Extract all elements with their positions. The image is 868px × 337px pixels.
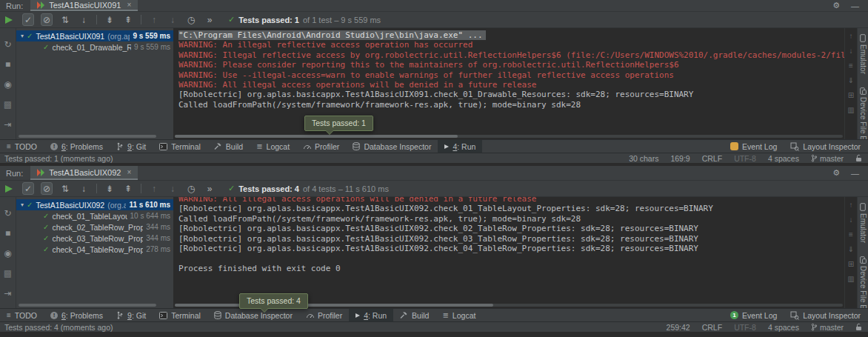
pin-icon[interactable]: ▩ <box>4 100 12 109</box>
tool-window-database-inspector[interactable]: Database Inspector <box>346 140 438 153</box>
sort-by-duration-icon[interactable]: ↓ <box>78 183 90 195</box>
indent-setting[interactable]: 4 spaces <box>768 323 799 332</box>
tool-window-build[interactable]: Build <box>393 309 435 321</box>
event-log-button[interactable]: Event Log <box>730 142 777 151</box>
test-tree-row[interactable]: ✓ check_04_TableRow_Properties 278 ms <box>16 244 173 255</box>
scroll-down-icon[interactable]: ↓ <box>849 47 853 55</box>
console-output[interactable]: "C:\Program Files\Android\Android Studio… <box>173 28 844 139</box>
test-tree-row[interactable]: ✓ check_03_TableRow_Properties 344 ms <box>16 233 173 244</box>
tool-window-run[interactable]: 4: Run <box>438 140 482 153</box>
hide-window-icon[interactable]: — <box>851 169 859 178</box>
hide-window-icon[interactable]: — <box>851 1 859 10</box>
rerun-tests-button[interactable] <box>5 16 13 24</box>
git-branch-widget[interactable]: master <box>811 323 844 332</box>
collapse-all-icon[interactable]: ⇞ <box>122 183 134 195</box>
tool-window-problems[interactable]: ! 6: Problems <box>44 309 110 321</box>
tool-window-todo[interactable]: ≡ TODO <box>0 140 44 153</box>
gear-icon[interactable]: ⚙ <box>832 1 840 10</box>
test-tree-root-row[interactable]: ▾ ✓ TestA1BasicUIX092 (org.aplas.basicap… <box>16 199 173 210</box>
lock-icon[interactable] <box>855 323 862 331</box>
show-ignored-toggle[interactable]: ⊘ <box>41 13 53 26</box>
caret-position[interactable]: 259:42 <box>667 323 690 332</box>
line-ending[interactable]: CRLF <box>702 323 722 332</box>
test-history-icon[interactable]: ◷ <box>185 183 197 195</box>
test-tree-root-row[interactable]: ▾ ✓ TestA1BasicUIX091 (org.aplas.basicap… <box>16 30 173 41</box>
show-passed-toggle[interactable]: ✓ <box>22 13 34 26</box>
previous-failed-test-icon[interactable]: ↑ <box>148 14 160 26</box>
tool-window-problems[interactable]: ! 6: Problems <box>44 140 110 153</box>
screenshot-icon[interactable]: ◉ <box>4 80 11 89</box>
stop-icon[interactable]: ■ <box>5 60 10 69</box>
clear-console-icon[interactable]: ▥ <box>847 107 854 114</box>
run-config-tab[interactable]: TestA1BasicUIX092 × <box>30 166 138 180</box>
more-actions-icon[interactable]: » <box>204 183 216 195</box>
close-icon[interactable]: × <box>127 168 131 176</box>
horizontal-scrollbar-thumb[interactable] <box>19 135 156 138</box>
test-tree-row[interactable]: ✓ check_02_TableRow_Properties 344 ms <box>16 221 173 233</box>
show-ignored-toggle[interactable]: ⊘ <box>41 182 53 195</box>
stripe-button-emulator[interactable]: Emulator <box>859 34 867 74</box>
soft-wrap-icon[interactable]: ≡ <box>849 231 853 238</box>
layout-inspector-button[interactable]: Layout Inspector <box>790 142 861 151</box>
scroll-to-end-icon[interactable]: ⇓ <box>848 246 854 253</box>
file-encoding[interactable]: UTF-8 <box>734 323 756 332</box>
test-tree-row[interactable]: ✓ check_01_TableLayout_Properties 10 s 6… <box>16 210 173 221</box>
clear-console-icon[interactable]: ▥ <box>847 276 854 283</box>
tool-window-database-inspector[interactable]: Database Inspector <box>207 309 299 321</box>
indent-setting[interactable]: 4 spaces <box>768 154 799 163</box>
horizontal-scrollbar-track[interactable] <box>175 135 843 138</box>
close-icon[interactable]: × <box>127 1 131 9</box>
chevron-down-icon[interactable]: ▾ <box>21 33 24 39</box>
collapse-all-icon[interactable]: ⇞ <box>122 14 134 26</box>
exit-icon[interactable]: ⇥ <box>4 289 11 298</box>
file-encoding[interactable]: UTF-8 <box>734 154 756 163</box>
test-tree-row[interactable]: ✓ check_01_Drawable_Resources 9 s 559 ms <box>16 41 173 53</box>
show-passed-toggle[interactable]: ✓ <box>22 182 34 195</box>
sort-by-duration-icon[interactable]: ↓ <box>78 14 90 26</box>
tool-window-run[interactable]: 4: Run <box>349 309 393 321</box>
console-output[interactable]: WARNING: All illegal access operations w… <box>173 197 844 308</box>
tool-window-logcat[interactable]: ≣ Logcat <box>250 140 296 153</box>
tool-window-todo[interactable]: ≡ TODO <box>0 309 44 321</box>
tool-window-profiler[interactable]: Profiler <box>299 309 349 321</box>
run-config-tab[interactable]: TestA1BasicUIX091 × <box>30 0 138 11</box>
horizontal-scrollbar-thumb[interactable] <box>175 135 458 138</box>
tool-window-logcat[interactable]: ≣ Logcat <box>435 309 482 321</box>
status-message[interactable]: Tests passed: 1 (moments ago) <box>4 154 113 163</box>
sort-alphabetically-icon[interactable]: ⇅ <box>59 183 71 195</box>
tool-window-git[interactable]: 9: Git <box>110 140 153 153</box>
test-tree[interactable]: ▾ ✓ TestA1BasicUIX092 (org.aplas.basicap… <box>16 197 173 308</box>
more-actions-icon[interactable]: » <box>204 14 216 26</box>
screenshot-icon[interactable]: ◉ <box>4 249 11 258</box>
soft-wrap-icon[interactable]: ≡ <box>849 62 853 70</box>
chevron-down-icon[interactable]: ▾ <box>21 201 24 208</box>
previous-failed-test-icon[interactable]: ↑ <box>148 183 160 195</box>
rerun-tests-button[interactable] <box>5 185 13 193</box>
scroll-down-icon[interactable]: ↓ <box>849 216 853 224</box>
stripe-button-emulator[interactable]: Emulator <box>859 203 867 243</box>
caret-position[interactable]: 169:9 <box>670 154 690 163</box>
gear-icon[interactable]: ⚙ <box>832 168 840 178</box>
git-branch-widget[interactable]: master <box>811 154 844 163</box>
next-failed-test-icon[interactable]: ↓ <box>167 183 178 195</box>
expand-all-icon[interactable]: ⇟ <box>104 183 116 195</box>
layout-inspector-button[interactable]: Layout Inspector <box>790 311 861 320</box>
sort-alphabetically-icon[interactable]: ⇅ <box>59 14 71 26</box>
exit-icon[interactable]: ⇥ <box>4 120 11 129</box>
status-message[interactable]: Tests passed: 4 (moments ago) <box>4 323 113 332</box>
stop-icon[interactable]: ■ <box>5 229 10 238</box>
event-log-button[interactable]: 1 Event Log <box>730 311 777 320</box>
tool-window-git[interactable]: 9: Git <box>110 309 153 321</box>
scroll-up-icon[interactable]: ↑ <box>849 33 853 40</box>
scroll-to-end-icon[interactable]: ⇓ <box>848 77 854 84</box>
line-ending[interactable]: CRLF <box>702 154 722 163</box>
scroll-up-icon[interactable]: ↑ <box>849 201 853 209</box>
print-icon[interactable]: ⊞ <box>848 261 854 268</box>
horizontal-scrollbar-thumb[interactable] <box>175 304 493 307</box>
tool-window-profiler[interactable]: Profiler <box>296 140 346 153</box>
next-failed-test-icon[interactable]: ↓ <box>167 14 178 26</box>
rerun-icon[interactable]: ↻ <box>4 40 11 49</box>
tool-window-build[interactable]: Build <box>207 140 250 153</box>
horizontal-scrollbar-thumb[interactable] <box>19 304 156 307</box>
print-icon[interactable]: ⊞ <box>848 92 854 99</box>
